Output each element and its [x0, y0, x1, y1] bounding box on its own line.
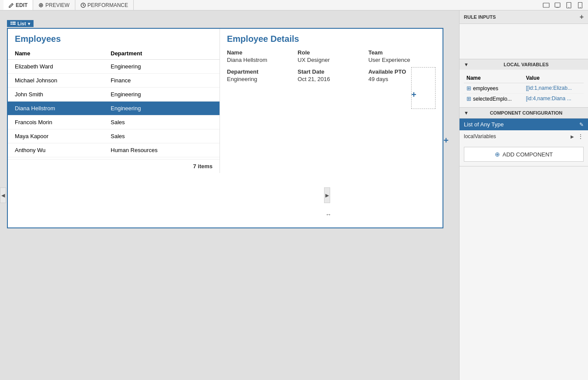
device-icons	[542, 1, 585, 10]
tab-preview[interactable]: PREVIEW	[33, 0, 75, 10]
field-value: User Experience	[368, 57, 410, 63]
svg-point-1	[41, 4, 42, 6]
field-value: Engineering	[227, 76, 257, 82]
tab-preview-label: PREVIEW	[45, 2, 69, 8]
add-component-label: ADD COMPONENT	[503, 151, 553, 158]
expand-icon[interactable]: ⊞	[466, 85, 471, 92]
component-config-section: ▼ COMPONENT CONFIGURATION List of Any Ty…	[460, 108, 588, 166]
resize-handle[interactable]: ↔	[325, 211, 331, 218]
lv-name-header: Name	[464, 73, 524, 83]
add-component-button[interactable]: ⊕ ADD COMPONENT	[464, 147, 584, 162]
svg-rect-12	[10, 24, 12, 25]
canvas-area: List ▾ Employees Name Department Elizabe…	[0, 10, 459, 380]
detail-field: Name Diana Hellstrom	[227, 49, 294, 63]
local-variables-table: Name Value ⊞ employees [[id:1,name:Eliza…	[464, 73, 584, 104]
row-dept: Human Resources	[111, 147, 213, 153]
row-dept: Sales	[111, 133, 213, 139]
circle-plus-icon: ⊕	[495, 151, 500, 158]
local-variables-section: ▼ LOCAL VARIABLES Name Value ⊞ employees	[460, 59, 588, 108]
svg-rect-13	[12, 24, 16, 25]
col-name-header: Name	[15, 50, 111, 57]
row-dept: Engineering	[111, 105, 213, 112]
local-variables-header[interactable]: ▼ LOCAL VARIABLES	[460, 59, 588, 70]
tab-performance[interactable]: PERFORMANCE	[75, 0, 134, 10]
svg-rect-3	[543, 3, 549, 7]
local-vars-arrow-icon: ▶	[571, 134, 574, 139]
table-row[interactable]: Anthony Wu Human Resources	[8, 143, 220, 157]
lv-value-header: Value	[524, 73, 584, 83]
kebab-icon[interactable]: ⋮	[578, 133, 584, 140]
list-badge[interactable]: List ▾	[7, 20, 34, 27]
detail-grid: Name Diana Hellstrom Role UX Designer Te…	[227, 49, 436, 82]
edit-icon[interactable]: ✎	[579, 122, 584, 128]
list-chevron-icon: ▾	[28, 21, 30, 26]
rule-inputs-title: RULE INPUTS	[464, 14, 496, 20]
employee-table-body: Elizabeth Ward Engineering Michael Johns…	[8, 60, 220, 157]
row-count: 7 items	[8, 159, 220, 173]
device-icon-3[interactable]	[564, 1, 573, 10]
row-dept: Sales	[111, 119, 213, 126]
right-panel: RULE INPUTS + ▼ LOCAL VARIABLES Name Val…	[459, 10, 588, 380]
field-label: Team	[368, 49, 436, 56]
component-name-row[interactable]: List of Any Type ✎	[460, 119, 588, 130]
local-variables-title: LOCAL VARIABLES	[504, 62, 549, 67]
tab-performance-label: PERFORMANCE	[88, 2, 128, 8]
table-row[interactable]: John Smith Engineering	[8, 88, 220, 102]
local-variables-content: Name Value ⊞ employees [[id:1,name:Eliza…	[460, 70, 588, 107]
table-header: Name Department	[8, 48, 220, 60]
device-icon-2[interactable]	[553, 1, 562, 10]
row-name: Diana Hellstrom	[15, 105, 111, 112]
table-row[interactable]: Elizabeth Ward Engineering	[8, 60, 220, 74]
row-dept: Engineering	[111, 63, 213, 70]
list-item: ⊞ selectedEmplo... [id:4,name:Diana ...	[464, 94, 584, 104]
device-icon-1[interactable]	[542, 1, 551, 10]
component-config-title: COMPONENT CONFIGURATION	[490, 110, 563, 115]
svg-rect-4	[555, 3, 560, 7]
device-icon-4[interactable]	[576, 1, 585, 10]
row-name: Francois Morin	[15, 119, 111, 126]
add-right-icon[interactable]: +	[443, 136, 449, 146]
collapse-right-arrow[interactable]: ▶	[324, 187, 330, 203]
detail-field: Role UX Designer	[297, 49, 365, 63]
row-dept: Finance	[111, 77, 213, 84]
col-dept-header: Department	[111, 50, 213, 57]
svg-point-0	[39, 3, 43, 7]
table-row[interactable]: Maya Kapoor Sales	[8, 129, 220, 143]
collapse-left-arrow[interactable]: ◀	[0, 187, 6, 203]
detail-field: Start Date Oct 21, 2016	[297, 68, 365, 82]
collapse-icon-2: ▼	[464, 110, 469, 115]
row-name: John Smith	[15, 91, 111, 98]
rule-inputs-section: RULE INPUTS +	[460, 10, 588, 59]
detail-field: Team User Experience	[368, 49, 436, 63]
table-row[interactable]: Michael Johnson Finance	[8, 74, 220, 88]
local-vars-link-row[interactable]: localVariables ▶ ⋮	[460, 130, 588, 142]
table-row[interactable]: Francois Morin Sales	[8, 115, 220, 129]
field-label: Role	[297, 49, 365, 56]
row-name: Michael Johnson	[15, 77, 111, 84]
main-layout: List ▾ Employees Name Department Elizabe…	[0, 10, 588, 380]
tab-edit-label: EDIT	[16, 2, 27, 8]
svg-rect-11	[12, 22, 16, 23]
expand-icon[interactable]: ⊞	[466, 95, 471, 102]
lv-value-cell: [[id:1,name:Elizab...	[524, 83, 584, 94]
rule-inputs-content	[460, 24, 588, 59]
add-top-icon[interactable]: +	[411, 90, 416, 100]
table-row[interactable]: Diana Hellstrom Engineering	[8, 102, 220, 115]
component-config-header[interactable]: ▼ COMPONENT CONFIGURATION	[460, 108, 588, 119]
tab-edit[interactable]: EDIT	[3, 0, 33, 10]
field-label: Name	[227, 49, 294, 56]
field-label: Department	[227, 68, 294, 75]
placeholder-box	[411, 67, 436, 109]
detail-title: Employee Details	[227, 34, 436, 44]
collapse-icon: ▼	[464, 62, 469, 67]
list-item: ⊞ employees [[id:1,name:Elizab...	[464, 83, 584, 94]
employee-list-section: Employees Name Department Elizabeth Ward…	[8, 29, 220, 173]
lv-value-cell: [id:4,name:Diana ...	[524, 94, 584, 104]
field-label: Start Date	[297, 68, 365, 75]
rule-inputs-add-icon[interactable]: +	[580, 13, 584, 21]
component-container: Employees Name Department Elizabeth Ward…	[7, 28, 443, 228]
field-value: Diana Hellstrom	[227, 57, 267, 63]
row-name: Maya Kapoor	[15, 133, 111, 139]
employee-detail-section: Employee Details + Name Diana Hellstrom …	[220, 29, 443, 173]
svg-rect-10	[10, 22, 12, 23]
